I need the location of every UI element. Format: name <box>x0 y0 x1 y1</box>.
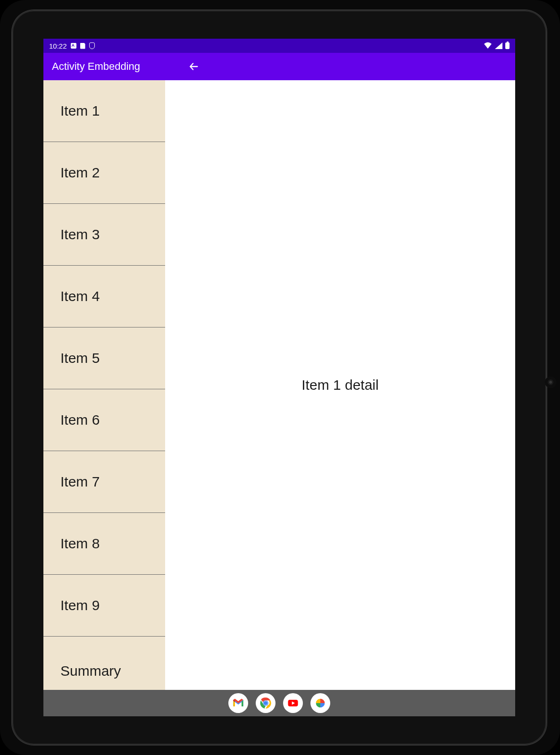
list-item-5[interactable]: Item 5 <box>43 327 165 389</box>
list-item-1[interactable]: Item 1 <box>43 80 165 142</box>
detail-pane: Item 1 detail <box>165 80 515 690</box>
chrome-app-icon[interactable] <box>256 693 276 713</box>
chrome-icon <box>259 696 272 710</box>
gmail-icon <box>232 696 245 710</box>
detail-text: Item 1 detail <box>301 377 378 393</box>
status-time: 10:22 <box>49 42 67 50</box>
list-item-label: Item 4 <box>60 288 100 304</box>
back-arrow-icon <box>189 61 199 72</box>
battery-icon <box>505 42 510 49</box>
tablet-camera <box>545 377 556 388</box>
status-right <box>484 42 510 50</box>
list-item-summary[interactable]: Summary <box>43 637 165 679</box>
list-item-7[interactable]: Item 7 <box>43 451 165 513</box>
photos-icon <box>314 696 327 710</box>
list-item-4[interactable]: Item 4 <box>43 266 165 327</box>
list-item-label: Item 3 <box>60 226 100 243</box>
svg-point-3 <box>264 701 267 705</box>
list-item-label: Item 6 <box>60 412 100 428</box>
status-bar: 10:22 <box>43 39 515 53</box>
list-item-label: Item 1 <box>60 103 100 119</box>
list-item-label: Item 5 <box>60 350 100 366</box>
status-left: 10:22 <box>49 42 95 50</box>
list-item-label: Item 8 <box>60 536 100 552</box>
sdcard-icon <box>80 43 85 49</box>
app-bar: Activity Embedding <box>43 53 515 80</box>
youtube-icon <box>286 696 300 710</box>
screen: 10:22 Activity Embedding <box>43 39 515 716</box>
keyboard-icon <box>71 43 76 49</box>
photos-app-icon[interactable] <box>310 693 330 713</box>
list-item-label: Item 2 <box>60 165 100 181</box>
shield-icon <box>89 42 95 49</box>
list-item-9[interactable]: Item 9 <box>43 575 165 637</box>
list-item-8[interactable]: Item 8 <box>43 513 165 575</box>
wifi-icon <box>484 42 492 50</box>
youtube-app-icon[interactable] <box>283 693 303 713</box>
signal-icon <box>495 42 502 49</box>
list-item-label: Summary <box>60 663 121 679</box>
content-split: Item 1 Item 2 Item 3 Item 4 Item 5 Item … <box>43 80 515 690</box>
back-button[interactable] <box>180 53 208 80</box>
list-item-6[interactable]: Item 6 <box>43 389 165 451</box>
list-item-2[interactable]: Item 2 <box>43 142 165 204</box>
list-item-label: Item 9 <box>60 597 100 613</box>
list-pane[interactable]: Item 1 Item 2 Item 3 Item 4 Item 5 Item … <box>43 80 165 690</box>
app-title: Activity Embedding <box>52 60 140 73</box>
list-item-label: Item 7 <box>60 474 100 490</box>
gmail-app-icon[interactable] <box>228 693 248 713</box>
list-item-3[interactable]: Item 3 <box>43 204 165 266</box>
tablet-frame: 10:22 Activity Embedding <box>0 0 560 755</box>
navigation-bar <box>43 690 515 716</box>
